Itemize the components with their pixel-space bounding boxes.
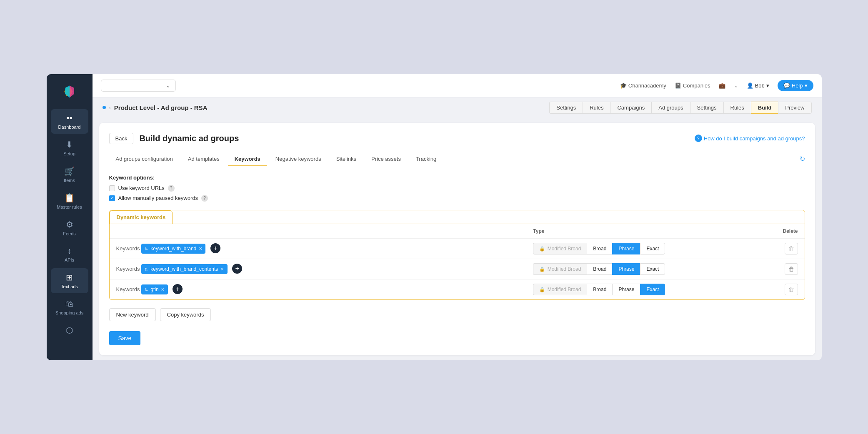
search-dropdown-icon: ⌄ xyxy=(166,82,170,89)
row2-keyword-cell: Keywords ⇅ keyword_with_brand_contents ×… xyxy=(110,259,527,279)
help-button[interactable]: 💬 Help ▾ xyxy=(778,80,813,91)
table-row: Keywords ⇅ gtin × + xyxy=(110,279,805,299)
row3-tag-remove-button[interactable]: × xyxy=(161,286,165,293)
row3-type-exact[interactable]: Exact xyxy=(640,284,665,295)
channacademy-link[interactable]: 🎓 Channacademy xyxy=(620,82,666,89)
step-settings1[interactable]: Settings xyxy=(549,102,583,114)
briefcase-link[interactable]: 💼 xyxy=(719,82,725,89)
table-header-row: Type Delete xyxy=(110,224,805,238)
step-campaigns[interactable]: Campaigns xyxy=(610,102,651,114)
row1-tag-remove-button[interactable]: × xyxy=(199,245,202,252)
row3-add-button[interactable]: + xyxy=(173,284,183,294)
allow-paused-help-icon[interactable]: ? xyxy=(201,195,208,202)
sidebar-item-label: Dashboard xyxy=(58,125,81,130)
step-rules2[interactable]: Rules xyxy=(723,102,751,114)
shopping-ads-icon: 🛍 xyxy=(65,299,74,309)
channacademy-icon: 🎓 xyxy=(620,82,627,89)
action-buttons: New keyword Copy keywords xyxy=(109,308,805,321)
setup-icon: ⬇ xyxy=(66,140,73,150)
row2-type-exact[interactable]: Exact xyxy=(640,263,665,275)
help-campaigns-link[interactable]: ? How do I build campaigns and ad groups… xyxy=(695,135,805,142)
sidebar-item-setup[interactable]: ⬇ Setup xyxy=(51,135,88,160)
new-keyword-button[interactable]: New keyword xyxy=(109,308,156,321)
save-button[interactable]: Save xyxy=(109,331,141,345)
row2-type-broad[interactable]: Broad xyxy=(587,263,612,275)
step-adgroups[interactable]: Ad groups xyxy=(651,102,690,114)
row1-type-phrase[interactable]: Phrase xyxy=(612,243,640,254)
row1-type-broad[interactable]: Broad xyxy=(587,243,612,254)
row1-delete-cell: 🗑 xyxy=(759,238,805,259)
row2-type-phrase[interactable]: Phrase xyxy=(612,263,640,275)
svg-marker-2 xyxy=(70,85,74,97)
row2-type-modified-broad: 🔒 Modified Broad xyxy=(533,263,587,275)
step-build[interactable]: Build xyxy=(751,102,778,114)
back-button[interactable]: Back xyxy=(109,133,134,144)
copy-keywords-button[interactable]: Copy keywords xyxy=(160,308,211,321)
sidebar-item-label: Items xyxy=(64,178,75,183)
dynamic-keywords-header: Dynamic keywords xyxy=(110,210,805,224)
refresh-icon[interactable]: ↻ xyxy=(800,155,805,163)
col-keyword xyxy=(110,224,527,238)
sidebar-item-label: APIs xyxy=(65,257,74,262)
dynamic-keywords-tab[interactable]: Dynamic keywords xyxy=(110,210,173,224)
sidebar-item-dashboard[interactable]: ▪▪ Dashboard xyxy=(51,109,88,134)
search-dropdown[interactable]: ⌄ xyxy=(101,80,176,92)
use-keyword-urls-help-icon[interactable]: ? xyxy=(168,185,175,192)
row2-tag: ⇅ keyword_with_brand_contents × xyxy=(141,264,227,274)
text-ads-icon: ⊞ xyxy=(66,272,73,282)
tab-tracking[interactable]: Tracking xyxy=(409,152,443,166)
row2-keywords-label: Keywords xyxy=(116,266,140,272)
table-row: Keywords ⇅ keyword_with_brand_contents ×… xyxy=(110,259,805,279)
tab-keywords[interactable]: Keywords xyxy=(228,152,267,166)
sidebar-item-apis[interactable]: ↕ APIs xyxy=(51,242,88,267)
allow-paused-checkbox[interactable]: ✓ xyxy=(109,195,115,201)
row2-tag-remove-button[interactable]: × xyxy=(220,266,224,272)
row1-type-cell: 🔒 Modified Broad Broad Phrase Exact xyxy=(526,238,759,259)
row2-add-button[interactable]: + xyxy=(232,264,242,274)
row3-delete-button[interactable]: 🗑 xyxy=(785,284,798,295)
row1-delete-button[interactable]: 🗑 xyxy=(785,243,798,254)
row3-keyword-cell: Keywords ⇅ gtin × + xyxy=(110,279,527,299)
main-area: ⌄ 🎓 Channacademy 📓 Companies 💼 ⌄ 👤 Bob xyxy=(93,74,822,360)
help-chevron-icon: ▾ xyxy=(805,82,808,89)
master-rules-icon: 📋 xyxy=(64,193,75,203)
row2-delete-button[interactable]: 🗑 xyxy=(785,263,798,275)
sidebar-item-items[interactable]: 🛒 Items xyxy=(51,162,88,187)
sidebar-item-text-ads[interactable]: ⊞ Text ads xyxy=(51,268,88,293)
breadcrumb-bar: › Product Level - Ad group - RSA Setting… xyxy=(93,97,822,118)
tabs-bar: Ad groups configuration Ad templates Key… xyxy=(109,152,805,166)
row1-keywords-label: Keywords xyxy=(116,245,140,252)
user-icon: 👤 xyxy=(747,82,753,89)
card-header: Back Build dynamic ad groups ? How do I … xyxy=(109,133,805,144)
row1-keyword-cell: Keywords ⇅ keyword_with_brand × + xyxy=(110,238,527,259)
tab-ad-templates[interactable]: Ad templates xyxy=(181,152,226,166)
user-menu[interactable]: 👤 Bob ▾ xyxy=(747,82,769,89)
breadcrumb-title: Product Level - Ad group - RSA xyxy=(114,104,208,111)
row2-type-buttons: 🔒 Modified Broad Broad Phrase Exact xyxy=(533,263,752,275)
row3-type-broad[interactable]: Broad xyxy=(587,284,612,295)
step-rules1[interactable]: Rules xyxy=(583,102,610,114)
sidebar-item-master-rules[interactable]: 📋 Master rules xyxy=(51,189,88,214)
row3-keywords-label: Keywords xyxy=(116,286,140,292)
step-settings2[interactable]: Settings xyxy=(690,102,723,114)
sidebar-item-shopping-ads[interactable]: 🛍 Shopping ads xyxy=(51,295,88,319)
more-icon: ⬡ xyxy=(66,325,73,335)
row1-type-exact[interactable]: Exact xyxy=(640,243,665,254)
tab-sitelinks[interactable]: Sitelinks xyxy=(330,152,363,166)
use-keyword-urls-checkbox[interactable] xyxy=(109,185,115,191)
row3-type-modified-broad: 🔒 Modified Broad xyxy=(533,284,587,295)
tab-negative-keywords[interactable]: Negative keywords xyxy=(269,152,328,166)
items-icon: 🛒 xyxy=(64,166,75,176)
row1-add-button[interactable]: + xyxy=(210,243,220,253)
briefcase-icon: 💼 xyxy=(719,82,725,89)
sidebar-item-more[interactable]: ⬡ xyxy=(51,321,88,339)
row3-tag-text: gtin xyxy=(150,287,158,292)
sidebar-item-feeds[interactable]: ⚙ Feeds xyxy=(51,215,88,240)
row2-tag-arrows-icon: ⇅ xyxy=(145,267,148,272)
lock-icon: 🔒 xyxy=(539,267,545,272)
step-preview[interactable]: Preview xyxy=(778,102,811,114)
tab-ad-groups-config[interactable]: Ad groups configuration xyxy=(109,152,180,166)
tab-price-assets[interactable]: Price assets xyxy=(365,152,408,166)
row3-type-phrase[interactable]: Phrase xyxy=(612,284,640,295)
companies-link[interactable]: 📓 Companies xyxy=(675,82,710,89)
